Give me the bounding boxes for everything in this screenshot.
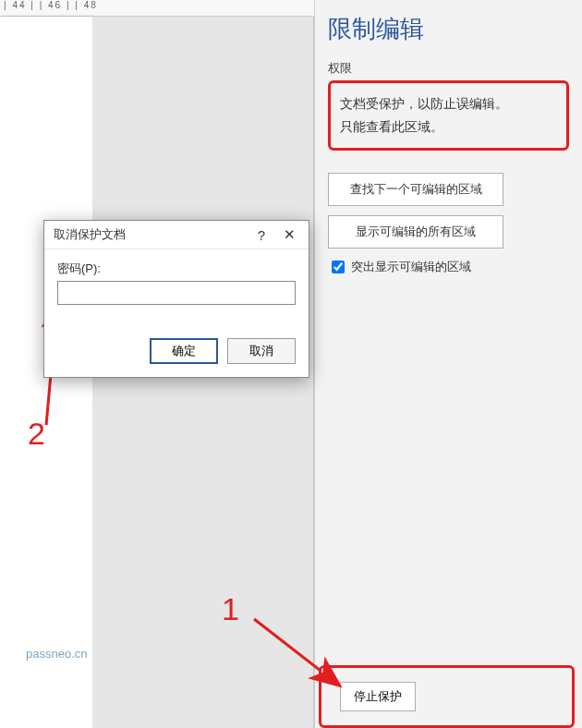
highlight-regions-label: 突出显示可编辑的区域 <box>351 259 471 275</box>
panel-title: 限制编辑 <box>328 13 569 45</box>
password-input[interactable] <box>57 281 296 305</box>
highlight-regions-checkbox[interactable] <box>332 261 345 273</box>
dialog-titlebar: 取消保护文档 ? ✕ <box>44 221 309 249</box>
ruler: | 44 | | 46 | | 48 <box>0 0 314 17</box>
password-label: 密码(P): <box>57 261 296 277</box>
annotation-number-1: 1 <box>222 591 239 627</box>
protection-note: 文档受保护，以防止误编辑。 只能查看此区域。 <box>328 80 569 151</box>
help-icon[interactable]: ? <box>248 225 275 245</box>
restrict-editing-panel: 限制编辑 权限 文档受保护，以防止误编辑。 只能查看此区域。 查找下一个可编辑的… <box>314 0 582 728</box>
dialog-title: 取消保护文档 <box>54 226 248 243</box>
permissions-label: 权限 <box>328 60 569 77</box>
close-icon[interactable]: ✕ <box>275 224 303 245</box>
ruler-marks: | 44 | | 46 | | 48 <box>0 0 98 10</box>
ok-button[interactable]: 确定 <box>150 338 218 364</box>
unprotect-document-dialog: 取消保护文档 ? ✕ 密码(P): 确定 取消 <box>43 220 309 378</box>
watermark: passneo.cn <box>26 647 88 661</box>
stop-protection-button[interactable]: 停止保护 <box>340 682 416 711</box>
cancel-button[interactable]: 取消 <box>227 338 296 364</box>
highlight-regions-checkbox-row[interactable]: 突出显示可编辑的区域 <box>328 258 569 276</box>
find-next-region-button[interactable]: 查找下一个可编辑的区域 <box>328 173 503 206</box>
protection-note-line: 只能查看此区域。 <box>340 115 557 139</box>
stop-protection-area: 停止保护 <box>319 665 575 728</box>
annotation-number-2: 2 <box>28 416 45 452</box>
show-all-regions-button[interactable]: 显示可编辑的所有区域 <box>328 215 503 249</box>
dialog-body: 密码(P): 确定 取消 <box>44 249 309 377</box>
protection-note-line: 文档受保护，以防止误编辑。 <box>340 92 557 115</box>
